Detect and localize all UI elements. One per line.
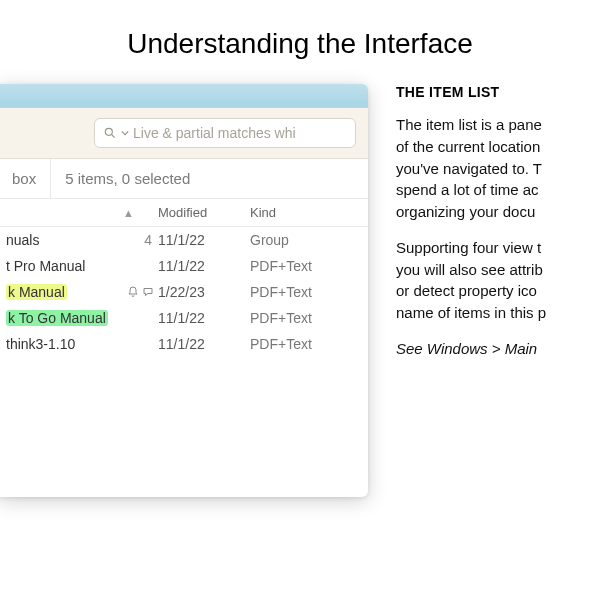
article-paragraph: Supporting four view t you will also see… <box>396 237 588 324</box>
window-titlebar <box>0 84 368 108</box>
comment-icon <box>142 286 154 298</box>
svg-point-0 <box>105 128 112 135</box>
item-kind: PDF+Text <box>250 336 330 352</box>
path-segment[interactable]: box <box>0 159 51 198</box>
item-modified: 11/1/22 <box>158 232 250 248</box>
item-kind: PDF+Text <box>250 258 330 274</box>
item-modified: 11/1/22 <box>158 336 250 352</box>
column-headers: ▲ Modified Kind <box>0 199 368 227</box>
article-heading: THE ITEM LIST <box>396 84 588 100</box>
item-kind: PDF+Text <box>250 310 330 326</box>
item-kind: Group <box>250 232 330 248</box>
item-modified: 11/1/22 <box>158 310 250 326</box>
list-item[interactable]: t Pro Manual 11/1/22 PDF+Text <box>0 253 368 279</box>
list-item[interactable]: k To Go Manual 11/1/22 PDF+Text <box>0 305 368 331</box>
empty-space <box>0 357 368 497</box>
column-header-kind[interactable]: Kind <box>250 205 330 220</box>
sort-ascending-icon: ▲ <box>123 207 134 219</box>
item-modified: 1/22/23 <box>158 284 250 300</box>
chevron-down-icon <box>121 129 129 137</box>
item-name: k Manual <box>6 284 67 300</box>
path-bar: box 5 items, 0 selected <box>0 159 368 199</box>
search-placeholder: Live & partial matches whi <box>133 125 296 141</box>
item-count: 4 <box>138 232 152 248</box>
toolbar: Live & partial matches whi <box>0 108 368 159</box>
list-item[interactable]: think3-1.10 11/1/22 PDF+Text <box>0 331 368 357</box>
search-icon <box>103 126 117 140</box>
article-see-also: See Windows > Main <box>396 338 588 360</box>
column-header-modified[interactable]: Modified <box>158 205 250 220</box>
bell-icon <box>127 286 139 298</box>
item-name: nuals <box>6 232 39 248</box>
article-paragraph: The item list is a pane of the current l… <box>396 114 588 223</box>
search-input[interactable]: Live & partial matches whi <box>94 118 356 148</box>
app-window: Live & partial matches whi box 5 items, … <box>0 84 368 497</box>
list-item[interactable]: k Manual 1/22/23 PDF+Text <box>0 279 368 305</box>
item-name: think3-1.10 <box>6 336 75 352</box>
item-list: nuals4 11/1/22 Group t Pro Manual 11/1/2… <box>0 227 368 357</box>
status-text: 5 items, 0 selected <box>51 159 204 198</box>
item-kind: PDF+Text <box>250 284 330 300</box>
column-header-name[interactable]: ▲ <box>0 207 158 219</box>
item-name: k To Go Manual <box>6 310 108 326</box>
item-name: t Pro Manual <box>6 258 85 274</box>
item-modified: 11/1/22 <box>158 258 250 274</box>
svg-line-1 <box>112 135 115 138</box>
list-item[interactable]: nuals4 11/1/22 Group <box>0 227 368 253</box>
page-title: Understanding the Interface <box>0 0 600 84</box>
article-text: THE ITEM LIST The item list is a pane of… <box>368 84 588 374</box>
